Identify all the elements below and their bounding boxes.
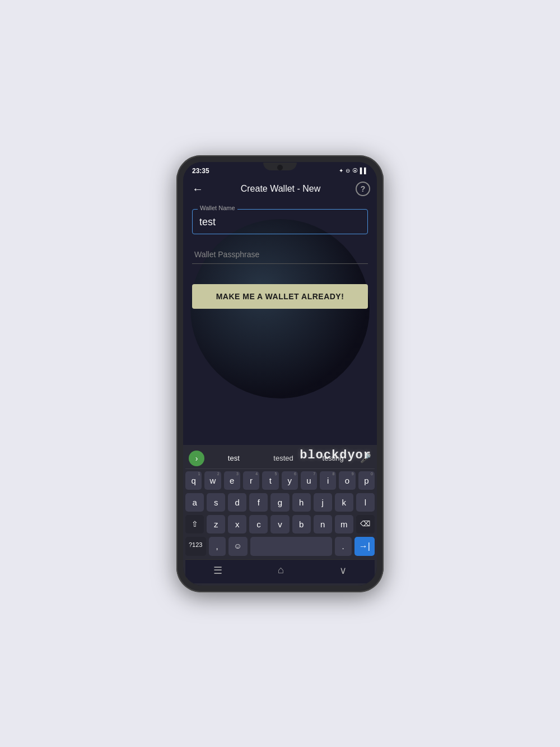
- key-c[interactable]: c: [249, 515, 268, 533]
- wifi-icon: ⦿: [352, 168, 358, 174]
- suggestion-arrow-btn[interactable]: ›: [189, 451, 204, 466]
- enter-key[interactable]: →|: [354, 537, 375, 556]
- key-j[interactable]: j: [314, 493, 332, 512]
- nav-bar: ☰ ⌂ ∨: [185, 559, 375, 583]
- nav-home-icon[interactable]: ⌂: [278, 564, 284, 576]
- content-area: Wallet Name MAKE ME A WALLET ALREADY! bl…: [183, 202, 377, 586]
- phone-screen: 23:35 ✦ ⊖ ⦿ ▌▌ ← Create Wallet - New ? W…: [183, 162, 377, 586]
- suggestion-1[interactable]: test: [209, 453, 259, 463]
- bluetooth-icon: ✦: [339, 168, 343, 174]
- page-title: Create Wallet - New: [206, 184, 356, 194]
- key-f[interactable]: f: [249, 493, 268, 512]
- status-time: 23:35: [192, 167, 209, 175]
- key-r[interactable]: r4: [243, 471, 259, 490]
- sim-icon: ⊖: [346, 168, 350, 174]
- key-k[interactable]: k: [335, 493, 353, 512]
- space-key[interactable]: [250, 537, 332, 556]
- keyboard: › test tested testing 🎤 q1 w2 e3 r4 t5 y…: [183, 445, 377, 586]
- battery-icon: ▌▌: [360, 168, 368, 174]
- key-p[interactable]: p0: [358, 471, 375, 490]
- key-d[interactable]: d: [228, 493, 246, 512]
- key-i[interactable]: i8: [320, 471, 336, 490]
- make-wallet-button[interactable]: MAKE ME A WALLET ALREADY!: [192, 284, 368, 309]
- key-z[interactable]: z: [207, 515, 225, 533]
- phone-device: 23:35 ✦ ⊖ ⦿ ▌▌ ← Create Wallet - New ? W…: [176, 155, 384, 592]
- key-m[interactable]: m: [335, 515, 353, 533]
- key-l[interactable]: l: [356, 493, 375, 512]
- period-key[interactable]: .: [335, 537, 352, 556]
- nav-back-icon[interactable]: ∨: [339, 564, 347, 577]
- wallet-passphrase-group: [192, 243, 368, 264]
- backspace-key[interactable]: ⌫: [356, 515, 375, 533]
- watermark-text: blockdyor: [300, 448, 371, 462]
- key-s[interactable]: s: [207, 493, 225, 512]
- key-b[interactable]: b: [292, 515, 311, 533]
- key-o[interactable]: o9: [339, 471, 355, 490]
- form-area: Wallet Name MAKE ME A WALLET ALREADY!: [183, 202, 377, 309]
- key-row-2: a s d f g h j k l: [185, 493, 375, 512]
- key-t[interactable]: t5: [262, 471, 278, 490]
- numbers-key[interactable]: ?123: [185, 537, 206, 556]
- shift-key[interactable]: ⇧: [185, 515, 204, 533]
- key-h[interactable]: h: [292, 493, 311, 512]
- key-x[interactable]: x: [228, 515, 246, 533]
- key-a[interactable]: a: [185, 493, 204, 512]
- comma-key[interactable]: ,: [209, 537, 226, 556]
- help-button[interactable]: ?: [356, 182, 370, 196]
- emoji-key[interactable]: ☺: [228, 537, 248, 556]
- key-y[interactable]: y6: [282, 471, 298, 490]
- app-bar: ← Create Wallet - New ?: [183, 178, 377, 202]
- wallet-name-group: Wallet Name: [192, 209, 368, 234]
- phone-camera: [277, 165, 283, 170]
- nav-menu-icon[interactable]: ☰: [213, 564, 222, 577]
- key-n[interactable]: n: [314, 515, 332, 533]
- key-v[interactable]: v: [270, 515, 289, 533]
- back-button[interactable]: ←: [190, 181, 206, 197]
- wallet-passphrase-input[interactable]: [192, 243, 368, 264]
- key-e[interactable]: e3: [224, 471, 240, 490]
- key-g[interactable]: g: [270, 493, 289, 512]
- status-icons: ✦ ⊖ ⦿ ▌▌: [339, 168, 368, 174]
- key-row-4: ?123 , ☺ . →|: [185, 537, 375, 556]
- key-q[interactable]: q1: [185, 471, 202, 490]
- key-row-1: q1 w2 e3 r4 t5 y6 u7 i8 o9 p0: [185, 471, 375, 490]
- wallet-name-input[interactable]: [192, 209, 368, 234]
- key-u[interactable]: u7: [301, 471, 317, 490]
- key-w[interactable]: w2: [204, 471, 221, 490]
- wallet-name-label: Wallet Name: [198, 205, 237, 211]
- key-row-3: ⇧ z x c v b n m ⌫: [185, 515, 375, 533]
